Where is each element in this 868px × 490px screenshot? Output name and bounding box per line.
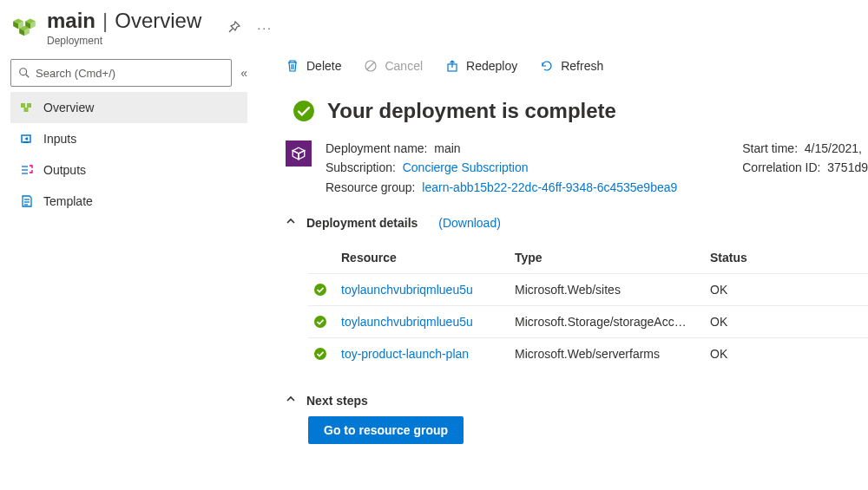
resource-link[interactable]: toy-product-launch-plan (341, 347, 515, 361)
svg-point-10 (20, 69, 27, 75)
sidebar-item-template[interactable]: Template (10, 186, 247, 217)
overview-icon (19, 100, 35, 115)
next-steps-title: Next steps (306, 394, 368, 408)
delete-button[interactable]: Delete (286, 59, 341, 73)
table-row: toylaunchvubriqmlueu5u Microsoft.Web/sit… (308, 273, 868, 305)
sidebar-item-label: Overview (43, 101, 94, 114)
resource-link[interactable]: toylaunchvubriqmlueu5u (341, 283, 515, 297)
chevron-down-icon (286, 216, 298, 230)
deployment-name-value: main (434, 141, 460, 155)
search-icon (18, 67, 30, 79)
search-input-wrapper[interactable] (10, 59, 232, 87)
toolbar: Delete Cancel Redeploy Refresh (286, 59, 868, 73)
success-icon (313, 347, 327, 361)
more-icon[interactable]: ··· (257, 21, 273, 35)
search-input[interactable] (36, 67, 224, 80)
svg-rect-12 (21, 103, 25, 108)
resource-status: OK (710, 347, 788, 361)
cancel-icon (364, 59, 378, 73)
resource-group-label: Resource group: (326, 180, 416, 194)
view-name: Overview (115, 9, 201, 33)
go-to-resource-group-button[interactable]: Go to resource group (308, 416, 464, 444)
redeploy-button[interactable]: Redeploy (445, 59, 517, 73)
resource-type: Microsoft.Web/serverfarms (515, 347, 710, 361)
col-type: Type (515, 251, 710, 265)
collapse-sidebar-icon[interactable]: « (240, 66, 247, 80)
sidebar-item-label: Template (43, 194, 93, 208)
resource-type-label: Deployment (47, 35, 201, 47)
resource-type: Microsoft.Web/sites (515, 283, 710, 297)
chevron-down-icon (286, 394, 298, 408)
svg-point-33 (314, 316, 326, 328)
svg-rect-16 (23, 141, 29, 143)
deployment-details-toggle[interactable]: Deployment details (Download) (286, 216, 868, 230)
sidebar-item-overview[interactable]: Overview (10, 92, 247, 123)
success-icon (313, 283, 327, 297)
deployment-icon (286, 140, 312, 167)
refresh-button[interactable]: Refresh (540, 59, 603, 73)
correlation-value: 3751d9 (827, 160, 868, 174)
main-content: Delete Cancel Redeploy Refresh Your depl… (254, 52, 868, 490)
subscription-link[interactable]: Concierge Subscription (403, 160, 529, 174)
resource-link[interactable]: toylaunchvubriqmlueu5u (341, 315, 515, 329)
svg-point-32 (314, 284, 326, 296)
svg-line-9 (229, 29, 233, 32)
svg-point-34 (314, 348, 326, 360)
resource-status: OK (710, 315, 788, 329)
trash-icon (286, 59, 299, 73)
sidebar-item-label: Outputs (43, 163, 86, 177)
deployment-name-label: Deployment name: (326, 141, 428, 155)
success-icon (313, 315, 327, 329)
table-row: toylaunchvubriqmlueu5u Microsoft.Storage… (308, 305, 868, 337)
success-icon (293, 100, 315, 122)
svg-rect-14 (24, 108, 29, 112)
svg-rect-13 (27, 103, 31, 108)
sidebar-item-inputs[interactable]: Inputs (10, 123, 247, 154)
pin-icon[interactable] (227, 20, 241, 36)
resource-group-link[interactable]: learn-abb15b22-22dc-46ff-9348-6c4535e9be… (422, 180, 677, 194)
sidebar: « Overview Inputs Outputs (0, 52, 254, 490)
table-row: toy-product-launch-plan Microsoft.Web/se… (308, 337, 868, 369)
svg-marker-30 (293, 151, 299, 160)
svg-line-26 (367, 62, 374, 69)
redeploy-icon (445, 59, 459, 73)
refresh-icon (540, 59, 554, 73)
svg-marker-31 (299, 151, 305, 160)
deployment-details-title: Deployment details (306, 216, 418, 230)
svg-point-28 (293, 101, 314, 121)
details-table: Resource Type Status toylaunchvubriqmlue… (308, 242, 868, 369)
resource-cubes-icon (12, 16, 36, 40)
svg-marker-29 (293, 147, 305, 154)
cancel-button: Cancel (364, 59, 423, 73)
svg-line-11 (26, 75, 30, 78)
next-steps-toggle[interactable]: Next steps (286, 394, 868, 408)
subscription-label: Subscription: (326, 160, 396, 174)
start-time-label: Start time: (742, 141, 798, 155)
col-resource: Resource (341, 251, 515, 265)
sidebar-item-label: Inputs (43, 132, 76, 146)
start-time-value: 4/15/2021, (805, 141, 862, 155)
outputs-icon (19, 162, 35, 178)
download-link[interactable]: (Download) (438, 216, 501, 230)
status-row: Your deployment is complete (293, 99, 868, 123)
resource-type: Microsoft.Storage/storageAcc… (515, 315, 710, 329)
resource-name: main (47, 9, 95, 33)
title-separator: | (102, 9, 108, 33)
correlation-label: Correlation ID: (742, 160, 820, 174)
col-status: Status (710, 251, 788, 265)
template-icon (19, 193, 35, 209)
resource-status: OK (710, 283, 788, 297)
sidebar-item-outputs[interactable]: Outputs (10, 154, 247, 186)
inputs-icon (19, 131, 35, 147)
header-titles: main | Overview Deployment (47, 9, 201, 47)
page-header: main | Overview Deployment ··· (0, 0, 868, 52)
status-title: Your deployment is complete (327, 99, 616, 123)
